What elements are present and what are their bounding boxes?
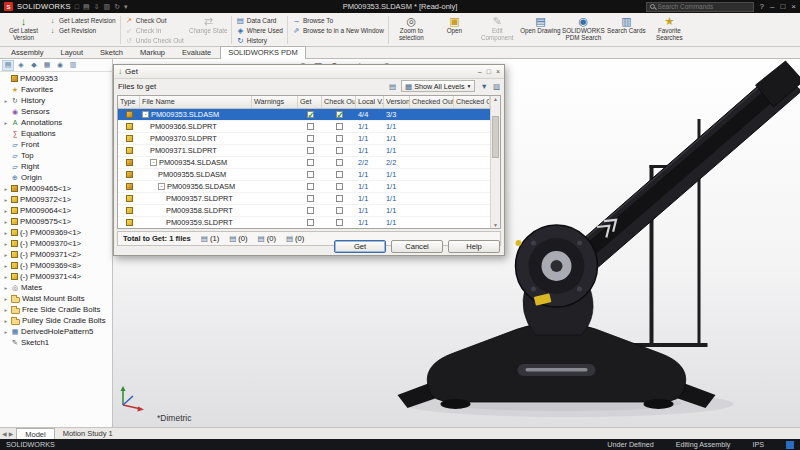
- expander-icon[interactable]: ▸: [3, 197, 9, 203]
- checkout-checkbox[interactable]: [336, 171, 343, 178]
- tree-item-history[interactable]: ▸↻History: [0, 95, 112, 106]
- file-row-pm009353-sldasm[interactable]: -PM009353.SLDASM4/43/3: [118, 109, 490, 121]
- checkout-checkbox[interactable]: [336, 135, 343, 142]
- columns-icon[interactable]: ▥: [493, 82, 500, 91]
- search-commands-input[interactable]: [658, 3, 750, 10]
- checkout-checkbox[interactable]: [336, 159, 343, 166]
- checkout-checkbox[interactable]: [336, 195, 343, 202]
- ribbon-open-button[interactable]: ▣Open: [433, 14, 476, 46]
- tree-item-pm009371-4[interactable]: ▸(-) PM009371<4>: [0, 271, 112, 282]
- tab-sketch[interactable]: Sketch: [92, 46, 131, 58]
- expander-icon[interactable]: ▸: [3, 296, 9, 302]
- ribbon-open-drawing-button[interactable]: ▤Open Drawing: [519, 14, 562, 46]
- column-checked-out-in[interactable]: Checked Out In: [454, 96, 490, 108]
- file-row-pm009359-sldprt[interactable]: PM009359.SLDPRT1/11/1: [118, 217, 490, 229]
- ribbon-data-card-button[interactable]: ▤Data Card: [236, 16, 283, 25]
- scroll-up-icon[interactable]: ▲: [491, 96, 500, 102]
- tab-scroll-left-icon[interactable]: ◀: [2, 430, 7, 437]
- tree-item-pm009575-1[interactable]: ▸PM009575<1>: [0, 216, 112, 227]
- ribbon-browse-to-button[interactable]: →Browse To: [292, 16, 384, 25]
- get-button[interactable]: Get: [334, 240, 386, 253]
- expander-icon[interactable]: ▸: [3, 307, 9, 313]
- column-file-name[interactable]: File Name: [140, 96, 252, 108]
- checkout-checkbox[interactable]: [336, 147, 343, 154]
- cancel-button[interactable]: Cancel: [391, 240, 443, 253]
- expander-icon[interactable]: ▸: [3, 120, 9, 126]
- scroll-down-icon[interactable]: ▼: [491, 222, 500, 228]
- column-checked-out[interactable]: Checked Out ...: [410, 96, 454, 108]
- featuremanager-icon[interactable]: ▤: [2, 60, 14, 71]
- tree-item-origin[interactable]: ⊕Origin: [0, 172, 112, 183]
- tab-model[interactable]: Model: [16, 428, 54, 439]
- get-checkbox[interactable]: [307, 183, 314, 190]
- maximize-button[interactable]: □: [780, 2, 785, 11]
- options-dropdown-icon[interactable]: ▾: [124, 3, 128, 11]
- dimxpert-icon[interactable]: ▦: [41, 60, 53, 71]
- checkout-checkbox[interactable]: [336, 207, 343, 214]
- tree-item-mates[interactable]: ▸◎Mates: [0, 282, 112, 293]
- file-row-pm009366-sldprt[interactable]: PM009366.SLDPRT1/11/1: [118, 121, 490, 133]
- dialog-close-button[interactable]: ×: [496, 68, 500, 75]
- get-checkbox[interactable]: [307, 111, 314, 118]
- displaymanager-icon[interactable]: ◉: [54, 60, 66, 71]
- ribbon-search-cards-button[interactable]: ▥Search Cards: [605, 14, 648, 46]
- tab-solidworks-pdm[interactable]: SOLIDWORKS PDM: [220, 46, 306, 59]
- get-checkbox[interactable]: [307, 195, 314, 202]
- checkout-checkbox[interactable]: [336, 219, 343, 226]
- file-row-pm009356-sldasm[interactable]: -PM009356.SLDASM1/11/1: [118, 181, 490, 193]
- ribbon-history-button[interactable]: ↻History: [236, 36, 283, 45]
- tree-item-front[interactable]: ▱Front: [0, 139, 112, 150]
- tree-item-pm009372-1[interactable]: ▸PM009372<1>: [0, 194, 112, 205]
- tree-item-pm009370-1[interactable]: ▸(-) PM009370<1>: [0, 238, 112, 249]
- pdm-tab-icon[interactable]: ▥: [67, 60, 79, 71]
- filter-icon[interactable]: ▼: [480, 82, 487, 91]
- ribbon-browse-to-in-a-new-window-button[interactable]: ⇗Browse to in a New Window: [292, 26, 384, 35]
- get-checkbox[interactable]: [307, 219, 314, 226]
- tab-assembly[interactable]: Assembly: [3, 46, 52, 58]
- column-warnings[interactable]: Warnings: [252, 96, 298, 108]
- expander-icon[interactable]: ▸: [3, 219, 9, 225]
- ribbon-get-revision-button[interactable]: ↓Get Revision: [48, 26, 116, 35]
- expander-icon[interactable]: ▸: [3, 208, 9, 214]
- get-checkbox[interactable]: [307, 207, 314, 214]
- tree-item-waist-mount-bolts[interactable]: ▸Waist Mount Bolts: [0, 293, 112, 304]
- tree-item-pulley-side-cradle-bolts[interactable]: ▸Pulley Side Cradle Bolts: [0, 315, 112, 326]
- checkout-checkbox[interactable]: [336, 123, 343, 130]
- tree-item-pm009353[interactable]: PM009353: [0, 73, 112, 84]
- get-checkbox[interactable]: [307, 159, 314, 166]
- show-levels-dropdown[interactable]: ▦ Show All Levels ▼: [401, 80, 475, 92]
- ribbon-solidworks-pdm-search-button[interactable]: ◉SOLIDWORKS PDM Search: [562, 14, 605, 46]
- file-row-pm009354-sldasm[interactable]: -PM009354.SLDASM2/22/2: [118, 157, 490, 169]
- get-checkbox[interactable]: [307, 147, 314, 154]
- tab-scroll-right-icon[interactable]: ▶: [9, 430, 14, 437]
- column-local-v[interactable]: Local V...: [356, 96, 384, 108]
- checkout-checkbox[interactable]: [336, 111, 343, 118]
- tree-item-sensors[interactable]: ◉Sensors: [0, 106, 112, 117]
- expander-icon[interactable]: ▸: [3, 98, 9, 104]
- dialog-minimize-button[interactable]: –: [478, 68, 482, 75]
- scrollbar-thumb[interactable]: [492, 116, 499, 158]
- file-row-pm009358-sldprt[interactable]: PM009358.SLDPRT1/11/1: [118, 205, 490, 217]
- expander-icon[interactable]: ▸: [3, 186, 9, 192]
- help-button[interactable]: Help: [448, 240, 500, 253]
- quick-access-toolbar[interactable]: □ ▤ ⇩ ▥ ↻ ▾: [75, 3, 128, 11]
- ribbon-get-latest-version-button[interactable]: ↓Get Latest Version: [2, 14, 45, 46]
- tree-item-pm009064-1[interactable]: ▸PM009064<1>: [0, 205, 112, 216]
- ribbon-zoom-to-selection-button[interactable]: ◎Zoom to selection: [390, 14, 433, 46]
- tree-item-pm009371-2[interactable]: ▸(-) PM009371<2>: [0, 249, 112, 260]
- expander-icon[interactable]: ▸: [3, 318, 9, 324]
- expander-icon[interactable]: ▸: [3, 285, 9, 291]
- tree-item-sketch1[interactable]: ✎Sketch1: [0, 337, 112, 348]
- expander-icon[interactable]: -: [150, 159, 157, 166]
- close-button[interactable]: ×: [791, 2, 796, 11]
- expander-icon[interactable]: -: [142, 111, 149, 118]
- file-row-pm009370-sldprt[interactable]: PM009370.SLDPRT1/11/1: [118, 133, 490, 145]
- tree-item-right[interactable]: ▱Right: [0, 161, 112, 172]
- get-checkbox[interactable]: [307, 171, 314, 178]
- get-checkbox[interactable]: [307, 135, 314, 142]
- expander-icon[interactable]: ▸: [3, 230, 9, 236]
- expander-icon[interactable]: ▸: [3, 329, 9, 335]
- ribbon-where-used-button[interactable]: ◈Where Used: [236, 26, 283, 35]
- tab-motion-study-1[interactable]: Motion Study 1: [55, 428, 121, 439]
- tree-item-free-side-cradle-bolts[interactable]: ▸Free Side Cradle Bolts: [0, 304, 112, 315]
